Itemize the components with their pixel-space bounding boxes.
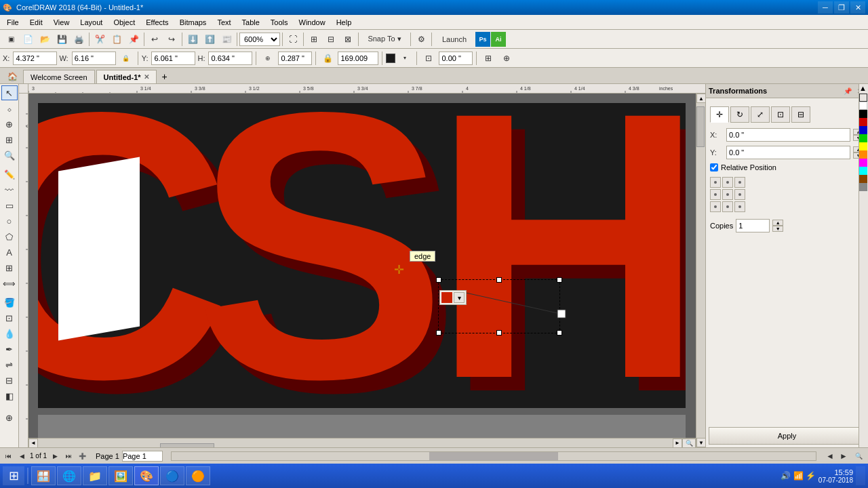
handle-br[interactable] [557, 330, 562, 336]
h-coord-input[interactable]: 0.634 " [208, 52, 252, 65]
menu-file[interactable]: File [1, 16, 24, 29]
tool-outline[interactable]: ✒ [1, 342, 18, 357]
tab-welcome[interactable]: Welcome Screen [23, 70, 95, 83]
tool-select[interactable]: ↖ [1, 85, 18, 100]
tb-redo[interactable]: ↪ [163, 32, 180, 47]
tool-transform[interactable]: ⊕ [1, 117, 18, 131]
zoom-fit-btn[interactable]: 🔍 [682, 439, 696, 448]
lock-ratio-btn[interactable]: 🔒 [118, 51, 134, 66]
color-blue[interactable] [859, 126, 867, 134]
tab-close-icon[interactable]: ✕ [144, 73, 149, 81]
y-coord-input[interactable]: 6.061 " [151, 52, 195, 65]
page-scroll-right[interactable]: ► [838, 451, 849, 462]
menu-effects[interactable]: Effects [140, 16, 174, 29]
tool-fill[interactable]: 🪣 [1, 295, 18, 310]
tb-align[interactable]: ⊞ [306, 32, 322, 47]
menu-table[interactable]: Table [237, 16, 265, 29]
angle-input[interactable] [278, 52, 312, 65]
show-desktop-btn[interactable] [856, 466, 865, 485]
tool-node[interactable]: ⬦ [1, 101, 18, 116]
tool-plus[interactable]: ⊕ [1, 410, 18, 425]
tb-save[interactable]: 💾 [54, 32, 70, 47]
tool-ellipse[interactable]: ○ [1, 214, 18, 228]
handle-tl[interactable] [436, 277, 441, 283]
tb-undo[interactable]: ↩ [146, 32, 163, 47]
tool-mesh-fill[interactable]: ⊡ [1, 310, 18, 325]
h-scroll-page[interactable] [171, 451, 816, 461]
fill-color-swatch[interactable] [386, 54, 395, 63]
tb-export[interactable]: ⬆️ [201, 32, 218, 47]
tb-paste[interactable]: 📌 [125, 32, 142, 47]
transform-tab-scale[interactable]: ⤢ [751, 106, 770, 123]
restore-button[interactable]: ❐ [834, 1, 849, 14]
tb-full-screen[interactable]: ⛶ [285, 32, 301, 47]
page-prev-btn[interactable]: ◀ [16, 451, 27, 462]
copies-spin-up[interactable]: ▲ [772, 220, 783, 226]
copies-input[interactable]: 1 [736, 219, 770, 232]
color-brown[interactable] [859, 175, 867, 183]
tool-polygon[interactable]: ⬠ [1, 229, 18, 244]
tb-new[interactable]: 📄 [20, 32, 36, 47]
tb-ai[interactable]: Ai [491, 32, 506, 47]
tool-color-eyedropper[interactable]: 💧 [1, 326, 18, 341]
taskbar-photos[interactable]: 🖼️ [108, 466, 133, 485]
menu-bitmaps[interactable]: Bitmaps [174, 16, 212, 29]
launch-btn[interactable]: Launch [434, 32, 475, 47]
rotation-input[interactable] [338, 52, 378, 65]
y-value-input[interactable]: 0.0 " [726, 146, 850, 159]
color-cyan[interactable] [859, 167, 867, 175]
options-btn[interactable]: ⚙ [413, 32, 429, 47]
color-green[interactable] [859, 134, 867, 142]
tool-smart[interactable]: 〰 [1, 182, 18, 197]
scroll-left-btn[interactable]: ◄ [28, 439, 38, 448]
tool-crop[interactable]: ⊞ [1, 132, 18, 147]
anchor-mr[interactable] [734, 189, 745, 200]
outline-width-input[interactable] [439, 52, 473, 65]
fill-arrow-btn[interactable]: ▾ [397, 51, 413, 66]
color-white[interactable] [859, 102, 867, 110]
add-handle-btn[interactable]: ⊕ [498, 51, 515, 66]
menu-text[interactable]: Text [212, 16, 236, 29]
copies-spin-down[interactable]: ▼ [772, 226, 783, 232]
tool-freehand[interactable]: ✏️ [1, 167, 18, 182]
taskbar-browser1[interactable]: 🌐 [57, 466, 81, 485]
anchor-tr[interactable] [734, 177, 745, 188]
relative-position-checkbox[interactable] [710, 163, 718, 171]
titlebar-controls[interactable]: ─ ❐ ✕ [818, 1, 865, 14]
scale-btn[interactable]: ⊕ [260, 51, 276, 66]
tb-open[interactable]: 📂 [37, 32, 53, 47]
tb-tool-selector[interactable]: ▣ [3, 32, 19, 47]
handle-bm[interactable] [496, 330, 502, 336]
tool-extrude[interactable]: ⊟ [1, 373, 18, 388]
tb-publish[interactable]: 📰 [218, 32, 235, 47]
taskbar-corel[interactable]: 🎨 [134, 466, 159, 485]
anchor-br[interactable] [734, 201, 745, 212]
zoom-dropdown[interactable]: 600% 400% 200% 100% [239, 33, 280, 46]
taskbar-windows[interactable]: 🪟 [31, 466, 56, 485]
start-button[interactable]: ⊞ [3, 466, 24, 485]
transform-tab-rotate[interactable]: ↻ [730, 106, 749, 123]
shadow-color-btn[interactable] [441, 292, 452, 303]
page-next-btn[interactable]: ▶ [50, 451, 60, 462]
x-coord-input[interactable]: 4.372 " [13, 52, 57, 65]
taskbar-explorer[interactable]: 📁 [83, 466, 107, 485]
tb-import[interactable]: ⬇️ [184, 32, 201, 47]
shadow-arrow-btn[interactable]: ▾ [454, 292, 465, 303]
taskbar-chrome[interactable]: 🟠 [186, 466, 210, 485]
tool-parallel[interactable]: ⟺ [1, 276, 18, 291]
minimize-button[interactable]: ─ [818, 1, 833, 14]
tool-rect[interactable]: ▭ [1, 198, 18, 213]
close-button[interactable]: ✕ [850, 1, 865, 14]
lock-obj-btn[interactable]: 🔒 [319, 51, 336, 66]
tool-table[interactable]: ⊞ [1, 260, 18, 275]
menu-help[interactable]: Help [331, 16, 357, 29]
anchor-bm[interactable] [722, 201, 733, 212]
handle-tr[interactable] [557, 277, 562, 283]
tb-group[interactable]: ⊟ [323, 32, 339, 47]
tb-combine[interactable]: ⊠ [340, 32, 356, 47]
menu-layout[interactable]: Layout [75, 16, 108, 29]
transform-tab-size[interactable]: ⊡ [771, 106, 790, 123]
menu-object[interactable]: Object [108, 16, 140, 29]
handle-tm[interactable] [496, 277, 502, 283]
color-magenta[interactable] [859, 159, 867, 167]
